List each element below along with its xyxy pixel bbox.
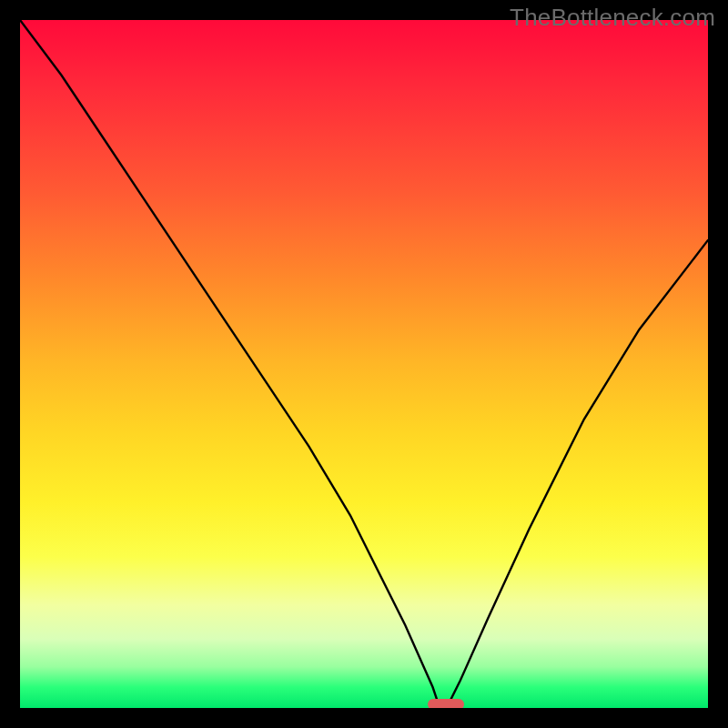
curve-path	[20, 20, 708, 708]
bottleneck-curve	[20, 20, 708, 708]
optimal-range-marker	[428, 699, 464, 708]
chart-frame: TheBottleneck.com	[0, 0, 728, 728]
plot-area	[20, 20, 708, 708]
watermark-text: TheBottleneck.com	[510, 4, 715, 32]
